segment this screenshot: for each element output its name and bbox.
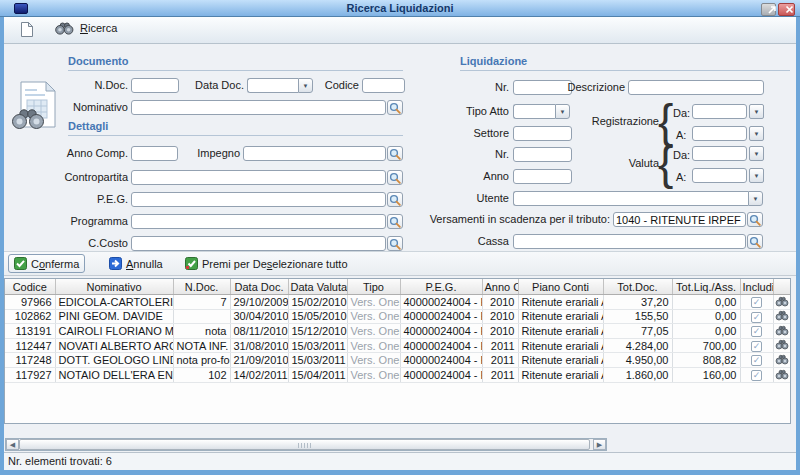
contropartita-search-button[interactable] [387, 170, 403, 185]
column-header[interactable]: Anno C. [482, 279, 518, 295]
scrollbar-thumb[interactable] [19, 439, 590, 450]
val-da-input[interactable] [692, 146, 747, 161]
table-cell: 2010 [482, 309, 518, 324]
row-search-cell[interactable] [773, 353, 790, 368]
peg-input[interactable] [131, 192, 386, 207]
title-bar[interactable]: Ricerca Liquidazioni [0, 0, 800, 17]
row-search-cell[interactable] [773, 309, 790, 324]
annocomp-input[interactable] [131, 146, 178, 161]
datadoc-combo[interactable]: ▼ [247, 78, 313, 93]
column-header[interactable]: Nominativo [55, 279, 173, 295]
tributo-input[interactable] [613, 212, 746, 227]
table-row[interactable]: 113191CAIROLI FLORIANO MARInota08/11/201… [5, 324, 790, 339]
utente-dropdown-icon[interactable]: ▼ [748, 191, 763, 206]
annulla-button[interactable]: Annulla [104, 254, 168, 273]
table-cell: 0,00 [672, 295, 740, 310]
row-search-cell[interactable] [773, 338, 790, 353]
deseleziona-label: Premi per Deselezionare tutto [202, 258, 348, 270]
versamenti-label: Versamenti in scadenza per il tributo: [420, 212, 610, 227]
includi-cell [740, 309, 773, 324]
anno-input[interactable] [513, 169, 572, 184]
ccosto-search-button[interactable] [387, 236, 403, 251]
scroll-left-arrow-icon[interactable]: ◀ [6, 439, 19, 450]
column-header[interactable]: Codice [5, 279, 55, 295]
table-row[interactable]: 117927NOTAIO DELL'ERA ENNIO10214/02/2011… [5, 367, 790, 382]
restore-button[interactable] [761, 3, 776, 16]
tipoatto-input[interactable] [513, 104, 555, 119]
close-x-icon [785, 5, 794, 14]
table-cell: 40000024004 - RI [400, 353, 482, 368]
nominativo-search-button[interactable] [387, 100, 403, 115]
deseleziona-button[interactable]: Premi per Deselezionare tutto [180, 254, 353, 273]
horizontal-scrollbar[interactable]: ◀ ▶ [5, 438, 607, 451]
table-cell: 40000024004 - RI [400, 295, 482, 310]
table-row[interactable]: 102862PINI GEOM. DAVIDE30/04/201015/05/2… [5, 309, 790, 324]
scroll-right-arrow-icon[interactable]: ▶ [593, 439, 606, 450]
table-cell: 21/09/2010 [230, 353, 288, 368]
codice-input[interactable] [362, 78, 405, 93]
includi-checkbox[interactable] [751, 341, 762, 352]
includi-checkbox[interactable] [751, 326, 762, 337]
liq-nr2-input[interactable] [513, 147, 572, 162]
column-header[interactable]: Includi [740, 279, 773, 295]
column-header[interactable]: Data Doc. [230, 279, 288, 295]
nominativo-input[interactable] [131, 100, 386, 115]
datadoc-input[interactable] [247, 78, 298, 93]
table-cell: DOTT. GEOLOGO LINDA C [55, 353, 173, 368]
column-header[interactable] [773, 279, 790, 295]
ccosto-input[interactable] [131, 236, 386, 251]
val-a-dropdown-icon[interactable]: ▼ [749, 168, 764, 183]
valuta-label: Valuta [580, 156, 659, 171]
section-dettagli: Dettagli [68, 120, 403, 136]
table-cell: 31/08/2010 [230, 338, 288, 353]
column-header[interactable]: N.Doc. [173, 279, 230, 295]
contropartita-input[interactable] [131, 170, 386, 185]
column-header[interactable]: Piano Conti [518, 279, 603, 295]
utente-combo[interactable]: ▼ [513, 191, 763, 206]
new-document-button[interactable] [16, 19, 38, 40]
cassa-input[interactable] [513, 234, 746, 249]
table-cell: NOVATI ALBERTO ARCHIT [55, 338, 173, 353]
datadoc-dropdown-icon[interactable]: ▼ [298, 78, 313, 93]
column-header[interactable]: P.E.G. [400, 279, 482, 295]
green-check-icon [14, 257, 27, 270]
includi-cell [740, 324, 773, 339]
tributo-search-button[interactable] [747, 212, 763, 227]
val-a-input[interactable] [692, 168, 747, 183]
row-search-cell[interactable] [773, 324, 790, 339]
cassa-search-button[interactable] [747, 234, 763, 249]
table-row[interactable]: 112447NOVATI ALBERTO ARCHITNOTA INF.31/0… [5, 338, 790, 353]
impegno-search-button[interactable] [387, 146, 403, 161]
val-da-dropdown-icon[interactable]: ▼ [749, 146, 764, 161]
descrizione-input[interactable] [628, 80, 764, 95]
programma-search-button[interactable] [387, 214, 403, 229]
peg-search-button[interactable] [387, 192, 403, 207]
table-row[interactable]: 117248DOTT. GEOLOGO LINDA Cnota pro-form… [5, 353, 790, 368]
reg-da-input[interactable] [692, 104, 747, 119]
row-search-cell[interactable] [773, 295, 790, 310]
includi-checkbox[interactable] [751, 355, 762, 366]
column-header[interactable]: Tot.Doc. [603, 279, 672, 295]
column-header[interactable]: Data Valuta [288, 279, 347, 295]
conferma-button[interactable]: Conferma [8, 254, 85, 273]
includi-checkbox[interactable] [751, 297, 762, 308]
reg-a-input[interactable] [692, 126, 747, 141]
anno-label: Anno [429, 169, 509, 184]
utente-input[interactable] [513, 191, 748, 206]
programma-input[interactable] [131, 214, 386, 229]
ndoc-input[interactable] [131, 78, 179, 93]
magnifier-icon [749, 214, 761, 226]
impegno-input[interactable] [243, 146, 386, 161]
close-button[interactable] [778, 3, 795, 16]
row-search-cell[interactable] [773, 367, 790, 382]
ricerca-button[interactable]: Ricerca [50, 19, 121, 37]
reg-a-label: A: [676, 128, 686, 143]
column-header[interactable]: Tipo [347, 279, 400, 295]
table-row[interactable]: 97966EDICOLA-CARTOLERIA SA729/10/200915/… [5, 295, 790, 310]
reg-a-dropdown-icon[interactable]: ▼ [749, 126, 764, 141]
reg-da-dropdown-icon[interactable]: ▼ [749, 104, 764, 119]
includi-checkbox[interactable] [751, 370, 762, 381]
column-header[interactable]: Tot.Liq./Ass. [672, 279, 740, 295]
includi-checkbox[interactable] [751, 312, 762, 323]
table-cell: Vers. Oneri [347, 324, 400, 339]
